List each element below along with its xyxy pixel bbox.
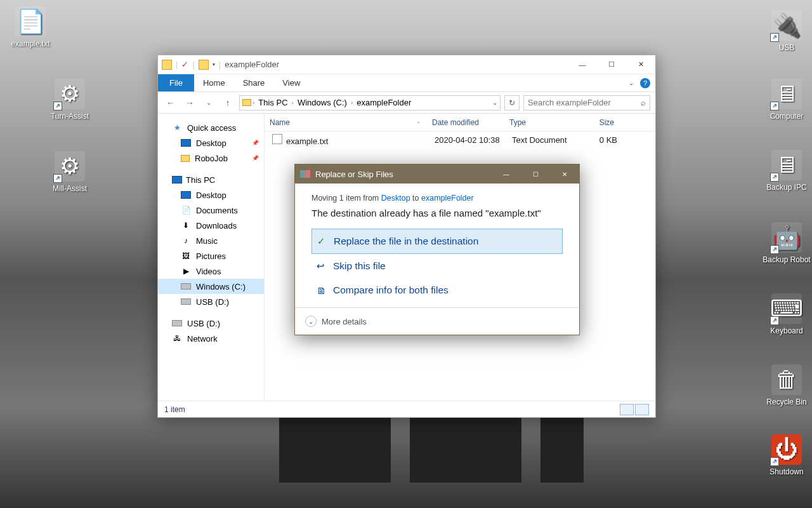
nav-usb-d-[interactable]: USB (D:) (158, 294, 264, 309)
view-icons-button[interactable] (635, 404, 649, 415)
icon-label: Keyboard (761, 326, 812, 335)
item-count: 1 item (164, 405, 185, 414)
icon-label: Mill-Assist (44, 184, 95, 193)
nav-music[interactable]: ♪Music (158, 233, 264, 248)
nav-usb-d-[interactable]: USB (D:) (158, 316, 264, 331)
col-size[interactable]: Size (579, 118, 620, 127)
nav-qa-robojob[interactable]: RoboJob📌 (158, 150, 264, 166)
desktop-file-example[interactable]: 📄example.txt (5, 6, 56, 48)
col-name[interactable]: Name ⌄ (265, 118, 427, 127)
folder-icon (242, 99, 251, 106)
crumb-this-pc[interactable]: This PC (256, 98, 290, 107)
nav-documents[interactable]: 📄Documents (158, 203, 264, 218)
expand-details-icon[interactable]: ⌄ (305, 316, 317, 327)
tab-share[interactable]: Share (234, 74, 274, 91)
icon-label: Turn-Assist (44, 112, 95, 121)
address-bar[interactable]: › This PC › Windows (C:) › exampleFolder… (239, 95, 501, 110)
crumb-folder[interactable]: exampleFolder (354, 98, 414, 107)
pc-icon (172, 176, 182, 184)
option-skip[interactable]: ↩ Skip this file (311, 254, 563, 278)
nav-network[interactable]: 🖧Network (158, 331, 264, 346)
folder-icon (181, 155, 190, 162)
more-details-label[interactable]: More details (322, 317, 367, 326)
up-button[interactable]: ↑ (220, 95, 235, 110)
search-placeholder: Search exampleFolder (528, 98, 611, 107)
nav-desktop[interactable]: Desktop (158, 187, 264, 203)
compare-icon: 🗎 (317, 285, 327, 296)
search-icon: ⌕ (641, 98, 646, 107)
col-date[interactable]: Date modified (427, 118, 504, 127)
minimize-button[interactable]: — (568, 55, 597, 74)
desktop-shutdown[interactable]: ⏻↗Shutdown (761, 434, 812, 476)
pin-icon: 📌 (252, 140, 259, 146)
nav-videos[interactable]: ▶Videos (158, 264, 264, 279)
ribbon-expand-icon[interactable]: ⌄ (629, 79, 634, 86)
star-icon: ★ (172, 123, 182, 133)
col-type[interactable]: Type (504, 118, 579, 127)
shortcut-arrow-icon: ↗ (53, 174, 62, 183)
option-compare[interactable]: 🗎 Compare info for both files (311, 278, 563, 302)
option-replace[interactable]: ✓ Replace the file in the destination (311, 229, 563, 254)
dialog-maximize-button[interactable]: ☐ (521, 164, 550, 184)
icon-label: Backup IPC (761, 183, 812, 192)
pin-icon: 📌 (252, 155, 259, 161)
link-destination[interactable]: exampleFolder (421, 194, 474, 203)
navigation-pane: ★Quick access Desktop📌 RoboJob📌 This PC … (158, 114, 265, 401)
desktop-recycle-bin[interactable]: 🗑Recycle Bin (761, 364, 812, 406)
file-row[interactable]: example.txt2020-04-02 10:38Text Document… (265, 131, 655, 148)
icon-label: USB (761, 43, 812, 52)
back-button[interactable]: ← (163, 95, 178, 110)
check-icon: ✓ (317, 236, 327, 247)
desktop-backup-ipc[interactable]: 🖥↗Backup IPC (761, 150, 812, 192)
dialog-title: Replace or Skip Files (315, 170, 393, 179)
window-title: exampleFolder (225, 60, 279, 69)
search-box[interactable]: Search exampleFolder ⌕ (523, 95, 650, 110)
column-headers: Name ⌄ Date modified Type Size (265, 114, 655, 131)
shortcut-arrow-icon: ↗ (770, 33, 779, 42)
shortcut-arrow-icon: ↗ (770, 102, 779, 110)
desktop-turn-assist[interactable]: ⚙↗Turn-Assist (44, 79, 95, 121)
link-source[interactable]: Desktop (381, 194, 410, 203)
refresh-button[interactable]: ↻ (504, 95, 520, 110)
address-dropdown-icon[interactable]: ⌄ (492, 99, 497, 106)
desktop-backup-robot[interactable]: 🤖↗Backup Robot (761, 222, 812, 264)
ribbon: File Home Share View ⌄ ? (158, 74, 655, 92)
nav-pictures[interactable]: 🖼Pictures (158, 248, 264, 264)
close-button[interactable]: ✕ (626, 55, 655, 74)
folder-icon (199, 60, 209, 70)
desktop-keyboard[interactable]: ⌨↗Keyboard (761, 293, 812, 335)
shortcut-arrow-icon: ↗ (770, 316, 779, 325)
replace-skip-dialog: Replace or Skip Files — ☐ ✕ Moving 1 ite… (294, 164, 580, 335)
dialog-minimize-button[interactable]: — (492, 164, 521, 184)
status-bar: 1 item (158, 401, 655, 417)
icon-label: Backup Robot (761, 255, 812, 264)
forward-button[interactable]: → (182, 95, 197, 110)
file-tab[interactable]: File (158, 74, 194, 91)
nav-this-pc[interactable]: This PC (158, 172, 264, 187)
desktop-computer[interactable]: 🖥↗Computer (761, 79, 812, 121)
dialog-icon (300, 170, 310, 178)
navigation-row: ← → ⌄ ↑ › This PC › Windows (C:) › examp… (158, 92, 655, 114)
recent-locations-button[interactable]: ⌄ (201, 95, 216, 110)
help-button[interactable]: ? (640, 78, 650, 88)
shortcut-arrow-icon: ↗ (53, 102, 62, 110)
skip-icon: ↩ (317, 260, 327, 272)
crumb-drive[interactable]: Windows (C:) (295, 98, 350, 107)
quick-access-save-icon[interactable]: ✓ (181, 60, 188, 69)
file-icon (272, 134, 282, 144)
view-details-button[interactable] (620, 404, 634, 415)
nav-windows-c-[interactable]: Windows (C:) (158, 279, 264, 294)
nav-quick-access[interactable]: ★Quick access (158, 120, 264, 135)
folder-icon (162, 60, 172, 70)
nav-qa-desktop[interactable]: Desktop📌 (158, 135, 264, 150)
tab-view[interactable]: View (273, 74, 309, 91)
dialog-footer: ⌄ More details (295, 307, 579, 335)
desktop-mill-assist[interactable]: ⚙↗Mill-Assist (44, 151, 95, 193)
maximize-button[interactable]: ☐ (597, 55, 626, 74)
dialog-close-button[interactable]: ✕ (550, 164, 579, 184)
tab-home[interactable]: Home (194, 74, 234, 91)
nav-downloads[interactable]: ⬇Downloads (158, 218, 264, 233)
desktop-icon (181, 139, 191, 147)
dialog-moving-text: Moving 1 item from Desktop to exampleFol… (311, 194, 563, 203)
desktop-usb[interactable]: 🔌↗USB (761, 10, 812, 52)
